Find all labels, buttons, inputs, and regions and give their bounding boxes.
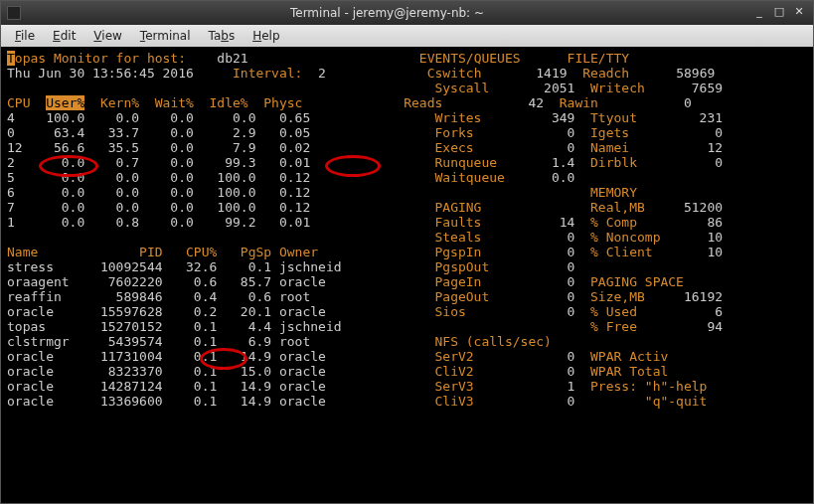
titlebar: Terminal - jeremy@jeremy-nb: ~ _ □ ✕ bbox=[1, 1, 813, 25]
menu-help[interactable]: Help bbox=[244, 27, 287, 45]
menu-terminal[interactable]: Terminal bbox=[132, 27, 199, 45]
maximize-button[interactable]: □ bbox=[771, 6, 787, 20]
minimize-button[interactable]: _ bbox=[751, 6, 767, 20]
menu-file[interactable]: File bbox=[7, 27, 43, 45]
window-title: Terminal - jeremy@jeremy-nb: ~ bbox=[27, 6, 747, 20]
close-button[interactable]: ✕ bbox=[791, 6, 807, 20]
menu-view[interactable]: View bbox=[85, 27, 129, 45]
menu-edit[interactable]: Edit bbox=[45, 27, 83, 45]
annotation-circle bbox=[325, 155, 381, 177]
terminal-output[interactable]: Topas Monitor for host: db21 EVENTS/QUEU… bbox=[1, 47, 813, 503]
terminal-window: Terminal - jeremy@jeremy-nb: ~ _ □ ✕ Fil… bbox=[0, 0, 814, 504]
menu-tabs[interactable]: Tabs bbox=[201, 27, 244, 45]
menubar: File Edit View Terminal Tabs Help bbox=[1, 25, 813, 47]
app-icon bbox=[7, 6, 21, 20]
